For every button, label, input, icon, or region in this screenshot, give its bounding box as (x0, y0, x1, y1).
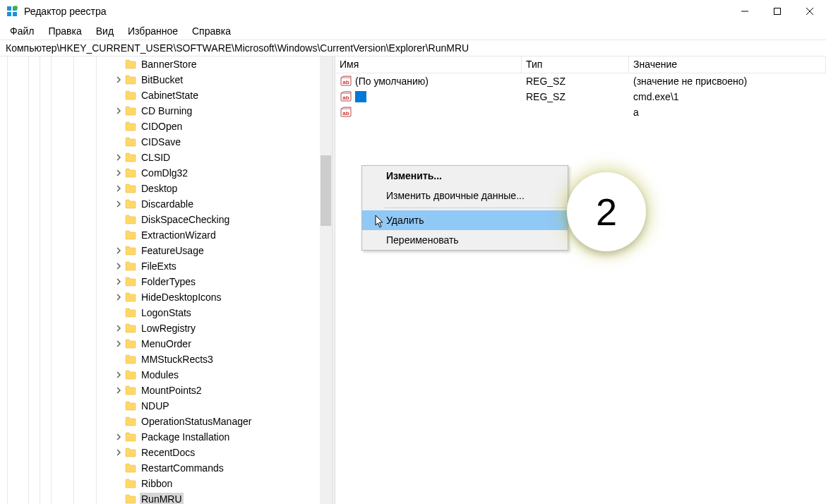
tree-item-label: Discardable (140, 198, 195, 210)
annotation-number: 2 (596, 190, 617, 234)
tree-item[interactable]: Modules (0, 367, 320, 383)
annotation-badge: 2 (567, 172, 646, 251)
tree-item-label: FolderTypes (140, 275, 197, 288)
tree-item[interactable]: CIDSave (0, 134, 320, 150)
expand-icon[interactable] (113, 276, 124, 287)
tree-item[interactable]: CD Burning (0, 103, 320, 119)
tree-item-label: LogonStats (140, 306, 193, 319)
expand-icon[interactable] (113, 260, 124, 272)
tree-item[interactable]: Package Installation (0, 429, 320, 445)
tree-item[interactable]: BitBucket (0, 72, 320, 88)
tree-item[interactable]: OperationStatusManager (0, 414, 320, 429)
tree-item[interactable]: LogonStats (0, 305, 320, 320)
tree-item[interactable]: NDUP (0, 398, 320, 414)
tree-item[interactable]: CIDOpen (0, 119, 320, 134)
menu-view[interactable]: Вид (89, 24, 121, 38)
tree-item-label: Ribbon (140, 477, 174, 490)
tree-item-label: MountPoints2 (140, 384, 203, 397)
folder-icon (124, 323, 137, 334)
expand-icon[interactable] (113, 167, 124, 179)
folder-icon (124, 276, 137, 287)
folder-icon (124, 369, 137, 380)
tree-item-label: DiskSpaceChecking (140, 213, 231, 226)
context-menu: Изменить...Изменить двоичные данные...Уд… (361, 165, 568, 251)
tree-item-label: CD Burning (140, 104, 193, 117)
address-bar[interactable]: Компьютер\HKEY_CURRENT_USER\SOFTWARE\Mic… (0, 40, 826, 56)
list-pane[interactable]: Имя Тип Значение ab(По умолчанию)REG_SZ(… (335, 56, 826, 504)
svg-text:ab: ab (342, 110, 349, 116)
list-row[interactable]: ab(По умолчанию)REG_SZ(значение не присв… (335, 73, 826, 89)
tree-item[interactable]: CLSID (0, 150, 320, 165)
close-button[interactable] (794, 0, 826, 23)
expand-icon[interactable] (113, 245, 124, 256)
expand-icon[interactable] (113, 431, 124, 443)
tree-item[interactable]: FileExts (0, 258, 320, 274)
tree-pane[interactable]: BannerStoreBitBucketCabinetStateCD Burni… (0, 56, 332, 504)
folder-icon (124, 74, 137, 85)
folder-icon (124, 229, 137, 241)
tree-item-label: NDUP (140, 400, 171, 412)
menu-file[interactable]: Файл (3, 24, 41, 38)
folder-icon (124, 136, 137, 148)
svg-point-4 (13, 6, 18, 10)
folder-icon (124, 462, 137, 474)
tree-item-label: RecentDocs (140, 446, 196, 459)
string-value-icon: ab (340, 106, 352, 119)
expand-icon[interactable] (113, 105, 124, 116)
maximize-button[interactable] (761, 0, 794, 23)
list-row[interactable]: ab REG_SZcmd.exe\1 (335, 89, 826, 104)
tree-item[interactable]: FolderTypes (0, 274, 320, 289)
folder-icon (124, 400, 137, 412)
col-header-type[interactable]: Тип (522, 56, 629, 73)
tree-item[interactable]: Discardable (0, 196, 320, 212)
svg-rect-2 (7, 12, 11, 16)
context-menu-item[interactable]: Изменить двоичные данные... (362, 186, 568, 205)
tree-scrollbar-thumb[interactable] (321, 155, 331, 226)
expand-icon[interactable] (113, 369, 124, 380)
tree-item-label: Modules (140, 368, 180, 381)
col-header-name[interactable]: Имя (335, 56, 522, 73)
string-value-icon: ab (340, 75, 352, 88)
menu-edit[interactable]: Правка (41, 24, 88, 38)
expand-icon[interactable] (113, 183, 124, 194)
folder-icon (124, 167, 137, 179)
expand-icon[interactable] (113, 323, 124, 334)
tree-item[interactable]: MountPoints2 (0, 383, 320, 398)
tree-item[interactable]: RunMRU (0, 491, 320, 504)
menu-help[interactable]: Справка (185, 24, 238, 38)
tree-item[interactable]: Ribbon (0, 476, 320, 491)
tree-item[interactable]: HideDesktopIcons (0, 289, 320, 305)
tree-item-label: CIDSave (140, 136, 182, 148)
tree-item[interactable]: RecentDocs (0, 445, 320, 460)
minimize-button[interactable] (729, 0, 761, 23)
col-header-value[interactable]: Значение (629, 56, 826, 73)
tree-item[interactable]: LowRegistry (0, 320, 320, 336)
tree-item[interactable]: FeatureUsage (0, 243, 320, 258)
context-menu-item[interactable]: Удалить (362, 210, 568, 230)
expand-icon[interactable] (113, 152, 124, 163)
context-menu-item[interactable]: Переименовать (362, 230, 568, 250)
tree-item[interactable]: CabinetState (0, 88, 320, 103)
expand-icon[interactable] (113, 74, 124, 85)
folder-icon (124, 478, 137, 489)
menu-favorites[interactable]: Избранное (121, 24, 185, 38)
tree-item-label: CabinetState (140, 89, 200, 102)
tree-item[interactable]: DiskSpaceChecking (0, 212, 320, 227)
tree-item[interactable]: BannerStore (0, 56, 320, 72)
expand-icon[interactable] (113, 292, 124, 303)
folder-icon (124, 198, 137, 210)
tree-item[interactable]: RestartCommands (0, 460, 320, 476)
svg-text:ab: ab (342, 95, 349, 101)
tree-item[interactable]: MMStuckRects3 (0, 352, 320, 367)
tree-item[interactable]: ComDlg32 (0, 165, 320, 181)
tree-scrollbar[interactable] (320, 56, 332, 504)
tree-item[interactable]: ExtractionWizard (0, 227, 320, 243)
expand-icon[interactable] (113, 338, 124, 349)
expand-icon[interactable] (113, 198, 124, 210)
context-menu-item[interactable]: Изменить... (362, 166, 568, 186)
expand-icon[interactable] (113, 385, 124, 396)
list-row[interactable]: aba (335, 104, 826, 120)
tree-item[interactable]: MenuOrder (0, 336, 320, 352)
expand-icon[interactable] (113, 447, 124, 458)
tree-item[interactable]: Desktop (0, 181, 320, 196)
